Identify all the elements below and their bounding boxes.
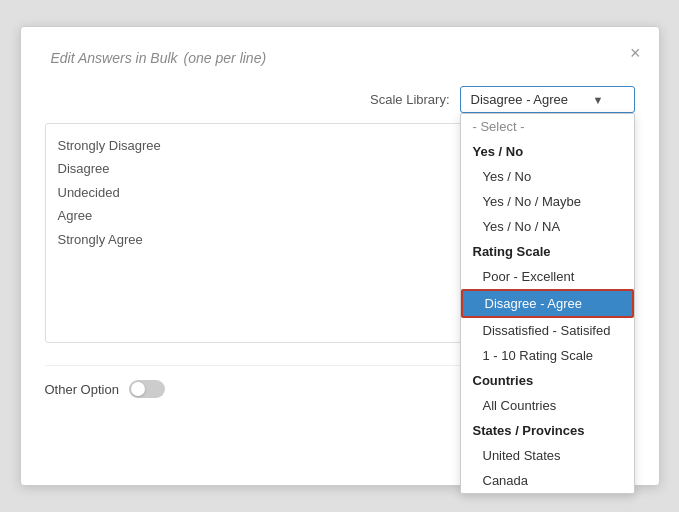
modal-title: Edit Answers in Bulk(one per line) [45, 47, 635, 68]
dropdown-item[interactable]: All Countries [461, 393, 634, 418]
chevron-down-icon: ▼ [593, 94, 604, 106]
dropdown-item[interactable]: States / Provinces [461, 418, 634, 443]
dropdown-menu: - Select -Yes / NoYes / NoYes / No / May… [460, 113, 635, 494]
scale-library-dropdown-wrapper: Disagree - Agree ▼ - Select -Yes / NoYes… [460, 86, 635, 113]
dropdown-item[interactable]: - Select - [461, 114, 634, 139]
dropdown-item[interactable]: Poor - Excellent [461, 264, 634, 289]
other-option-toggle[interactable] [129, 380, 165, 398]
modal-container: × Edit Answers in Bulk(one per line) Sca… [20, 26, 660, 486]
dropdown-selected-value: Disagree - Agree [471, 92, 569, 107]
dropdown-item[interactable]: Yes / No [461, 164, 634, 189]
dropdown-item[interactable]: Rating Scale [461, 239, 634, 264]
scale-library-row: Scale Library: Disagree - Agree ▼ - Sele… [45, 86, 635, 113]
dropdown-item[interactable]: Disagree - Agree [461, 289, 634, 318]
scale-library-dropdown[interactable]: Disagree - Agree ▼ [460, 86, 635, 113]
dropdown-item[interactable]: Yes / No / Maybe [461, 189, 634, 214]
dropdown-item[interactable]: Canada [461, 468, 634, 493]
dropdown-item[interactable]: Yes / No / NA [461, 214, 634, 239]
scale-library-label: Scale Library: [370, 86, 449, 107]
dropdown-item[interactable]: United States [461, 443, 634, 468]
dropdown-item[interactable]: Countries [461, 368, 634, 393]
other-option-label: Other Option [45, 382, 119, 397]
dropdown-item[interactable]: Dissatisfied - Satisifed [461, 318, 634, 343]
close-icon[interactable]: × [630, 43, 641, 64]
dropdown-item[interactable]: Yes / No [461, 139, 634, 164]
other-option-area: Other Option [45, 380, 165, 398]
dropdown-item[interactable]: 1 - 10 Rating Scale [461, 343, 634, 368]
